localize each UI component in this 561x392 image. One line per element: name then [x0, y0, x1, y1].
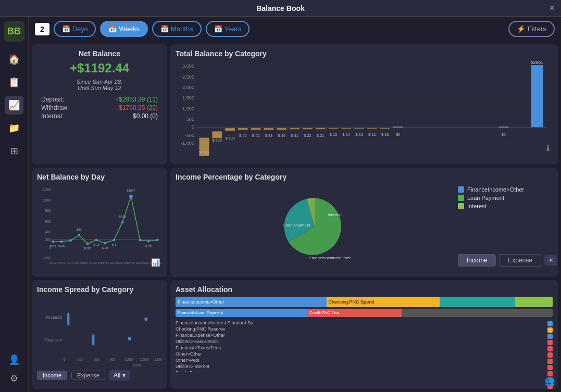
legend-item-loan: Loan Payment	[458, 195, 548, 201]
svg-point-123	[128, 337, 131, 340]
top-nav: 2 📅 Days 📅 Weeks 📅 Months 📅 Years ⚡ Filt…	[29, 17, 561, 41]
tab-expense[interactable]: Expense	[499, 254, 541, 267]
info-icon[interactable]: ℹ	[546, 143, 550, 153]
svg-text:-200: -200	[44, 256, 51, 260]
svg-text:$-22: $-22	[304, 134, 311, 138]
pie-legend-area: FinanceIncome>Other Loan Payment Interes…	[454, 184, 553, 268]
svg-text:May 02: May 02	[83, 262, 92, 264]
chevron-down-icon: ▾	[122, 372, 126, 379]
svg-text:900: 900	[109, 358, 115, 362]
svg-text:$-40: $-40	[145, 244, 152, 247]
svg-text:1,500: 1,500	[140, 358, 149, 362]
sidebar-item-settings[interactable]: ⊞	[5, 142, 23, 160]
legend-item-3: FinanceExpense>Other	[176, 333, 542, 338]
svg-text:$-239: $-239	[212, 138, 222, 143]
asset-bottom-icon[interactable]: 👥	[544, 376, 555, 386]
net-day-chart: 1,200 1,000 800 600 400 200 0 -200	[37, 184, 162, 268]
svg-text:1,200: 1,200	[124, 358, 133, 362]
svg-text:$429: $429	[119, 215, 126, 218]
dot-5	[547, 346, 553, 351]
svg-point-82	[147, 240, 150, 243]
svg-text:1,000: 1,000	[42, 198, 51, 202]
calendar-year-icon: 📅	[214, 25, 222, 33]
pie-controls: Income Expense ☀ 🗺	[458, 254, 548, 267]
svg-text:1,200: 1,200	[42, 188, 51, 192]
svg-text:1,800: 1,800	[154, 358, 162, 362]
months-button[interactable]: 📅 Months	[152, 21, 202, 37]
sidebar-item-home[interactable]: 🏠	[5, 50, 23, 69]
svg-point-75	[86, 243, 89, 245]
svg-point-73	[69, 239, 72, 242]
legend-label-finance: FinanceIncome>Other	[467, 186, 524, 193]
svg-text:FinanceIn: FinanceIn	[44, 337, 62, 342]
legend-item-2: Checking:PNC Reserve	[176, 326, 542, 332]
chart-bar-icon[interactable]: 📊	[151, 258, 160, 267]
svg-text:May 04: May 04	[101, 262, 109, 264]
svg-text:$2501: $2501	[531, 61, 543, 65]
svg-point-76	[95, 239, 98, 242]
total-balance-title: Total Balance by Category	[176, 49, 553, 58]
pie-svg: Interest Loan Payment FinanceIncome>Othe…	[268, 187, 361, 265]
svg-rect-21	[212, 131, 222, 138]
svg-text:$-21: $-21	[317, 134, 324, 138]
dashboard: Net Balance +$1192.44 Since Sun Apr 28, …	[29, 41, 561, 392]
spread-tab-expense[interactable]: Expense	[71, 371, 105, 380]
svg-point-77	[104, 242, 106, 245]
tab-income[interactable]: Income	[458, 254, 496, 267]
asset-alloc-content: FinanceIncome>Interest:Standard Sa Check…	[176, 320, 553, 389]
svg-text:Interest: Interest	[328, 212, 342, 217]
svg-text:2,500: 2,500	[182, 74, 194, 80]
net-balance-card: Net Balance +$1192.44 Since Sun Apr 28, …	[32, 44, 167, 165]
net-balance-since: Since Sun Apr 28, Until Sun May 12	[37, 79, 162, 91]
svg-text:3,000: 3,000	[182, 64, 194, 69]
svg-text:May 06: May 06	[118, 262, 127, 264]
svg-rect-25	[238, 128, 248, 130]
weeks-button[interactable]: 📅 Weeks	[100, 21, 148, 37]
days-button[interactable]: 📅 Days	[54, 21, 96, 37]
svg-text:$0: $0	[502, 133, 506, 137]
sidebar-item-records[interactable]: 📋	[5, 73, 23, 92]
filters-button[interactable]: ⚡ Filters	[508, 21, 555, 37]
svg-rect-27	[251, 128, 261, 130]
svg-text:$-11: $-11	[368, 133, 376, 137]
svg-text:Apr 30: Apr 30	[67, 262, 74, 264]
svg-rect-35	[303, 128, 313, 129]
svg-text:May 05: May 05	[110, 262, 118, 264]
sidebar-item-analytics[interactable]: 📈	[5, 96, 23, 115]
internal-row: Internal: $0.00 (0)	[37, 112, 162, 120]
app-title: Balance Book	[256, 4, 305, 12]
svg-rect-45	[367, 128, 377, 129]
legend-item-4: Utilities>Gas/Electric	[176, 339, 542, 344]
pie-chart-area: Interest Loan Payment FinanceIncome>Othe…	[176, 184, 454, 268]
svg-point-120	[144, 317, 147, 320]
svg-text:Apr 29: Apr 29	[58, 262, 65, 264]
close-button[interactable]: ×	[549, 3, 555, 14]
dot-2	[547, 327, 553, 333]
svg-text:$-10: $-10	[381, 133, 389, 137]
svg-text:$-14: $-14	[343, 133, 350, 137]
years-button[interactable]: 📅 Years	[206, 21, 250, 37]
legend-item-finance: FinanceIncome>Other	[458, 186, 548, 193]
sun-icon-button[interactable]: ☀	[544, 255, 557, 265]
legend-item-9: Food>Groceries	[176, 370, 542, 372]
svg-text:600: 600	[94, 358, 99, 362]
num-box[interactable]: 2	[35, 23, 49, 35]
svg-text:0: 0	[64, 358, 66, 362]
withdraw-row: Withdraw: -$1760.95 (25)	[37, 104, 162, 112]
total-balance-card: Total Balance by Category	[170, 44, 558, 165]
spread-tab-income[interactable]: Income	[37, 371, 67, 380]
net-balance-title: Net Balance	[37, 49, 162, 58]
svg-text:$95: $95	[77, 228, 82, 231]
calendar-week-icon: 📅	[108, 25, 117, 33]
svg-rect-39	[329, 128, 339, 129]
svg-text:$-55: $-55	[252, 134, 259, 138]
spread-dropdown[interactable]: All ▾	[109, 370, 130, 381]
sidebar-item-profile[interactable]: 👤	[5, 350, 23, 369]
svg-text:$1037: $1037	[127, 189, 135, 192]
main-content: 2 📅 Days 📅 Weeks 📅 Months 📅 Years ⚡ Filt…	[29, 17, 561, 392]
svg-text:1,500: 1,500	[182, 95, 194, 100]
sidebar-item-files[interactable]: 📁	[5, 119, 23, 137]
svg-text:800: 800	[45, 209, 51, 212]
svg-point-80	[129, 195, 133, 198]
sidebar-item-gear[interactable]: ⚙	[5, 369, 23, 388]
